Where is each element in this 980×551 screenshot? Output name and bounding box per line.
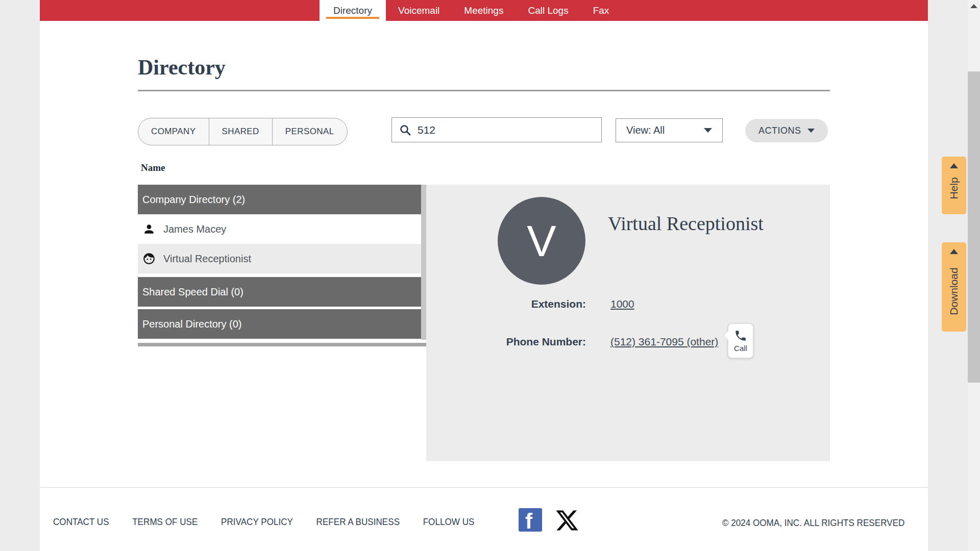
contact-name: Virtual Receptionist <box>608 212 764 235</box>
contact-detail-panel: V Virtual Receptionist Extension: 1000 P… <box>426 185 830 461</box>
footer-link-refer-a-business[interactable]: REFER A BUSINESS <box>316 517 400 528</box>
help-tab[interactable]: Help <box>942 157 966 214</box>
call-button[interactable]: Call <box>728 323 753 358</box>
person-icon <box>142 222 156 236</box>
scrollbar-thumb[interactable] <box>968 71 980 383</box>
segment-personal[interactable]: PERSONAL <box>272 118 347 145</box>
footer-link-contact-us[interactable]: CONTACT US <box>53 517 109 528</box>
footer: CONTACT US TERMS OF USE PRIVACY POLICY R… <box>40 487 928 551</box>
scrollbar-up-arrow-icon[interactable] <box>970 4 977 8</box>
phone-icon <box>734 329 747 342</box>
group-row-shared-speed-dial[interactable]: Shared Speed Dial (0) <box>138 277 421 307</box>
tab-call-logs[interactable]: Call Logs <box>516 0 580 21</box>
tab-fax[interactable]: Fax <box>581 0 622 21</box>
list-item-virtual-receptionist[interactable]: Virtual Receptionist <box>138 244 421 273</box>
list-item-james-macey[interactable]: James Macey <box>138 214 421 244</box>
footer-link-terms-of-use[interactable]: TERMS OF USE <box>132 517 198 528</box>
tab-voicemail[interactable]: Voicemail <box>386 0 452 21</box>
footer-links: CONTACT US TERMS OF USE PRIVACY POLICY R… <box>53 517 474 528</box>
group-row-personal-directory[interactable]: Personal Directory (0) <box>138 309 421 339</box>
page-title: Directory <box>138 55 226 80</box>
footer-link-follow-us[interactable]: FOLLOW US <box>423 517 475 528</box>
tab-meetings[interactable]: Meetings <box>452 0 516 21</box>
directory-scope-switch: COMPANY SHARED PERSONAL <box>138 118 348 145</box>
view-filter-value: View: All <box>626 124 665 136</box>
directory-list: Company Directory (2) James Macey Virtua… <box>138 185 421 339</box>
segment-shared[interactable]: SHARED <box>209 118 272 145</box>
extension-link[interactable]: 1000 <box>610 298 634 310</box>
search-icon <box>399 124 411 136</box>
tab-directory[interactable]: Directory <box>320 0 386 21</box>
operator-icon <box>142 252 156 265</box>
actions-label: ACTIONS <box>758 126 801 136</box>
chevron-down-icon <box>807 129 815 133</box>
tab-label: Directory <box>333 5 372 16</box>
avatar: V <box>498 197 585 285</box>
list-horizontal-scrollbar[interactable] <box>138 343 426 346</box>
search-box <box>391 117 602 142</box>
list-vertical-scrollbar[interactable] <box>421 185 426 340</box>
help-tab-label: Help <box>948 178 960 199</box>
triangle-up-icon <box>950 163 958 168</box>
chevron-down-icon <box>704 128 712 133</box>
phone-number-label: Phone Number: <box>426 336 586 348</box>
active-tab-underline <box>326 17 379 19</box>
nav-tabs: Directory Voicemail Meetings Call Logs F… <box>320 0 621 21</box>
extension-label: Extension: <box>426 298 586 310</box>
footer-link-privacy-policy[interactable]: PRIVACY POLICY <box>221 517 293 528</box>
download-tab[interactable]: Download <box>942 242 966 332</box>
top-navbar: Directory Voicemail Meetings Call Logs F… <box>40 0 928 21</box>
column-header-name: Name <box>141 162 165 173</box>
search-input[interactable] <box>418 124 594 136</box>
download-tab-label: Download <box>948 268 960 315</box>
x-icon[interactable] <box>555 508 579 533</box>
phone-number-link[interactable]: (512) 361-7095 (other) <box>610 336 718 348</box>
call-button-label: Call <box>734 344 747 353</box>
segment-company[interactable]: COMPANY <box>138 118 209 145</box>
group-row-company-directory[interactable]: Company Directory (2) <box>138 185 421 214</box>
facebook-icon[interactable]: f <box>519 508 542 532</box>
copyright-text: © 2024 OOMA, INC. ALL RIGHTS RESERVED <box>722 518 904 529</box>
view-filter-select[interactable]: View: All <box>616 118 723 142</box>
triangle-up-icon <box>950 249 958 254</box>
page-scrollbar[interactable] <box>968 0 980 551</box>
title-divider <box>138 90 830 91</box>
actions-button[interactable]: ACTIONS <box>745 119 828 142</box>
page-content: Directory Voicemail Meetings Call Logs F… <box>40 0 928 551</box>
